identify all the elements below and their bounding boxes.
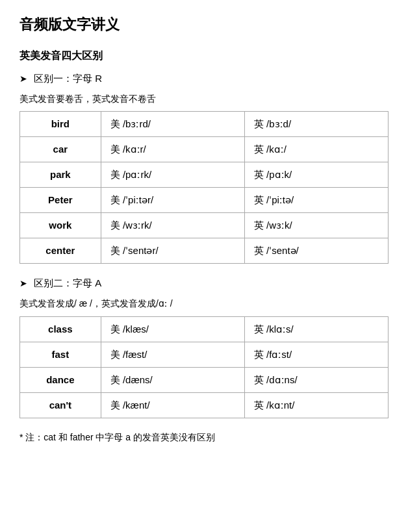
table-row: Peter 美 /ˈpiːtər/ 英 /ˈpiːtə/ [20,188,389,213]
arrow-icon-1: ➤ [19,71,27,86]
note: * 注：cat 和 father 中字母 a 的发音英美没有区别 [19,430,389,444]
table-row: car 美 /kɑːr/ 英 /kɑː/ [20,137,389,162]
word-cell: class [20,316,101,342]
word-cell: bird [20,112,101,137]
uk-cell: 英 /kɑː/ [244,137,388,162]
table-row: fast 美 /fæst/ 英 /fɑːst/ [20,342,389,367]
word-cell: center [20,238,101,264]
us-cell: 美 /ˈpiːtər/ [101,188,244,213]
uk-cell: 英 /ˈpiːtə/ [244,188,388,213]
table-row: work 美 /wɜːrk/ 英 /wɜːk/ [20,213,389,238]
section1-heading: 英美发音四大区别 [19,47,389,64]
uk-cell: 英 /klɑːs/ [244,316,388,342]
sub-heading-1: ➤ 区别一：字母 R [19,71,389,86]
table-row: park 美 /pɑːrk/ 英 /pɑːk/ [20,162,389,188]
word-cell: car [20,137,101,162]
arrow-icon-2: ➤ [19,276,27,290]
table-row: dance 美 /dæns/ 英 /dɑːns/ [20,367,389,392]
table-row: can't 美 /kænt/ 英 /kɑːnt/ [20,392,389,418]
sub-heading-2: ➤ 区别二：字母 A [19,275,389,291]
us-cell: 美 /bɜːrd/ [101,112,244,137]
uk-cell: 英 /ˈsentə/ [244,238,388,264]
us-cell: 美 /klæs/ [101,316,244,342]
us-cell: 美 /kænt/ [101,392,244,418]
sub2-desc: 美式发音发成/ æ /，英式发音发成/ɑː / [19,296,389,310]
uk-cell: 英 /wɜːk/ [244,213,388,238]
uk-cell: 英 /kɑːnt/ [244,392,388,418]
word-cell: park [20,162,101,188]
us-cell: 美 /dæns/ [101,367,244,392]
uk-cell: 英 /fɑːst/ [244,342,388,367]
table-row: class 美 /klæs/ 英 /klɑːs/ [20,316,389,342]
us-cell: 美 /pɑːrk/ [101,162,244,188]
sub2-label: 区别二：字母 A [34,275,101,291]
sub1-label: 区别一：字母 R [34,71,102,86]
table-row: bird 美 /bɜːrd/ 英 /bɜːd/ [20,112,389,137]
table-row: center 美 /ˈsentər/ 英 /ˈsentə/ [20,238,389,264]
uk-cell: 英 /pɑːk/ [244,162,388,188]
word-cell: can't [20,392,101,418]
us-cell: 美 /kɑːr/ [101,137,244,162]
uk-cell: 英 /bɜːd/ [244,112,388,137]
us-cell: 美 /fæst/ [101,342,244,367]
us-cell: 美 /ˈsentər/ [101,238,244,264]
table2: class 美 /klæs/ 英 /klɑːs/ fast 美 /fæst/ 英… [19,316,389,418]
word-cell: work [20,213,101,238]
uk-cell: 英 /dɑːns/ [244,367,388,392]
word-cell: fast [20,342,101,367]
sub1-desc: 美式发音要卷舌，英式发音不卷舌 [19,92,389,106]
word-cell: Peter [20,188,101,213]
us-cell: 美 /wɜːrk/ [101,213,244,238]
word-cell: dance [20,367,101,392]
page-title: 音频版文字讲义 [19,13,389,36]
table1: bird 美 /bɜːrd/ 英 /bɜːd/ car 美 /kɑːr/ 英 /… [19,111,389,264]
